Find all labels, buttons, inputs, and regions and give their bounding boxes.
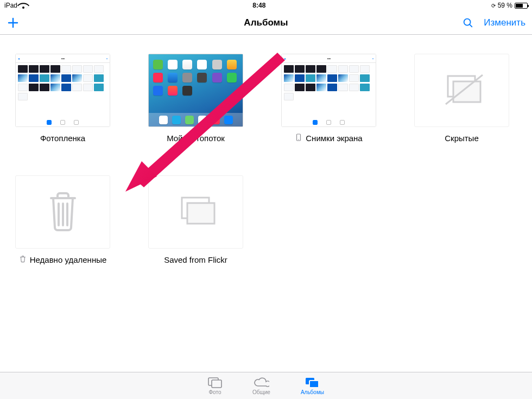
svg-rect-4	[453, 81, 480, 102]
trash-icon	[19, 255, 27, 264]
album-thumbnail	[148, 54, 243, 127]
nav-bar: Альбомы Изменить	[0, 11, 532, 35]
tab-label: Общие	[252, 389, 270, 395]
album-title: Мой фотопоток	[167, 134, 225, 143]
status-bar: iPad 8:48 ⟳ 59 %	[0, 0, 532, 11]
album-thumbnail: ◂••••	[15, 54, 110, 127]
album-title: Недавно удаленные	[30, 255, 107, 264]
photos-icon	[208, 376, 222, 388]
album-thumbnail	[15, 175, 110, 249]
album-photostream[interactable]: Мой фотопоток	[148, 54, 243, 143]
tab-label: Фото	[209, 389, 221, 395]
tab-albums[interactable]: Альбомы	[301, 376, 324, 395]
orientation-lock-icon: ⟳	[491, 3, 496, 9]
album-title: Скрытые	[445, 134, 479, 143]
album-title: Фотопленка	[40, 134, 85, 143]
tab-photos[interactable]: Фото	[208, 376, 222, 395]
svg-point-2	[299, 140, 299, 140]
album-saved-flickr[interactable]: Saved from Flickr	[148, 175, 243, 264]
album-thumbnail: ◂••••	[281, 54, 376, 127]
stack-icon	[172, 193, 220, 231]
trash-icon-large	[46, 189, 80, 235]
svg-rect-11	[212, 380, 221, 388]
svg-rect-7	[187, 203, 214, 224]
albums-icon	[305, 376, 319, 388]
edit-button[interactable]: Изменить	[484, 17, 525, 28]
status-time: 8:48	[252, 2, 265, 9]
hidden-icon	[438, 72, 486, 110]
search-button[interactable]	[462, 17, 474, 29]
album-thumbnail	[414, 54, 509, 127]
album-thumbnail	[148, 175, 243, 249]
tab-label: Альбомы	[301, 389, 324, 395]
device-icon	[295, 134, 302, 143]
page-title: Альбомы	[244, 17, 288, 28]
device-label: iPad	[4, 2, 17, 9]
album-camera-roll[interactable]: ◂•••• Фотопленка	[15, 54, 110, 143]
svg-rect-13	[309, 381, 319, 388]
albums-grid-container: ◂•••• Фотопленка	[0, 35, 532, 264]
battery-text: 59 %	[498, 2, 512, 9]
tab-bar: Фото Общие Альбомы	[0, 372, 532, 399]
album-hidden[interactable]: Скрытые	[414, 54, 509, 143]
tab-shared[interactable]: Общие	[252, 376, 270, 395]
cloud-icon	[253, 376, 269, 388]
album-title: Saved from Flickr	[164, 255, 227, 264]
album-recently-deleted[interactable]: Недавно удаленные	[15, 175, 110, 264]
album-screenshots[interactable]: ◂•••• Снимки экрана	[281, 54, 376, 143]
add-button[interactable]	[7, 16, 20, 29]
album-title: Снимки экрана	[306, 134, 362, 143]
battery-icon	[515, 3, 528, 9]
wifi-icon	[20, 2, 27, 9]
